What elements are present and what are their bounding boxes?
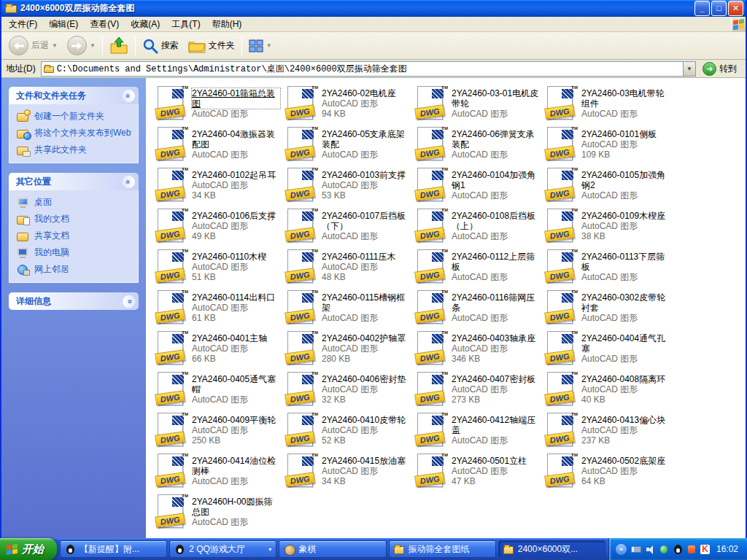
file-tile[interactable]: TMDWG2YA2460-0408隔离环AutoCAD 图形40 KB	[541, 369, 671, 410]
forward-dropdown-icon[interactable]: ▼	[90, 42, 96, 49]
file-tile[interactable]: TMDWG2YA2460-0401主轴AutoCAD 图形66 KB	[152, 328, 282, 369]
menu-item-1[interactable]: 编辑(E)	[43, 17, 84, 32]
chevron-up-icon[interactable]: «	[123, 90, 135, 102]
back-button[interactable]: 后退 ▼	[6, 34, 61, 57]
sidebar-item[interactable]: 将这个文件夹发布到Web	[17, 128, 135, 139]
input-method-icon[interactable]	[631, 545, 641, 554]
file-tile[interactable]: TMDWG2YA2460-0105加强角钢2AutoCAD 图形	[541, 165, 671, 206]
file-info: 2YA2460-0501立柱AutoCAD 图形47 KB	[452, 456, 540, 486]
file-tile[interactable]: TMDWG2YA2460-0112上层筛板AutoCAD 图形	[411, 246, 541, 287]
file-tile[interactable]: TMDWG2YA2460-0407密封板AutoCAD 图形273 KB	[411, 369, 541, 410]
file-tile[interactable]: TMDWG2YA2460-0114出料口AutoCAD 图形61 KB	[152, 287, 282, 328]
qq-icon[interactable]	[673, 545, 683, 554]
search-button[interactable]: 搜索	[139, 36, 182, 55]
sidebar-item[interactable]: 共享文档	[17, 230, 135, 241]
menu-item-2[interactable]: 查看(V)	[84, 17, 125, 32]
views-button[interactable]: ▼	[246, 38, 275, 54]
sidebar-item[interactable]: 我的电脑	[17, 247, 135, 258]
sidebar-item[interactable]: 桌面	[17, 197, 135, 208]
forward-button[interactable]: ▼	[64, 34, 98, 57]
taskbar-task[interactable]: 2 QQ游戏大厅▾	[169, 540, 276, 558]
file-type: AutoCAD 图形	[192, 109, 280, 119]
file-tile[interactable]: TMDWG2YA2460-0302皮带轮衬套AutoCAD 图形	[541, 287, 671, 328]
file-tile[interactable]: TMDWG2YA2460-03-01电机皮带轮AutoCAD 图形	[411, 83, 541, 124]
close-button[interactable]: ✕	[728, 1, 743, 16]
maximize-button[interactable]: □	[711, 1, 727, 16]
file-size: 34 KB	[322, 476, 410, 486]
dwg-file-icon: TMDWG	[283, 166, 318, 204]
sidebar-item[interactable]: 共享此文件夹	[17, 144, 135, 155]
chevron-up-icon[interactable]: «	[123, 176, 135, 188]
go-button[interactable]: ➜ 转到	[700, 62, 743, 76]
menu-item-3[interactable]: 收藏(A)	[125, 17, 166, 32]
taskbar-task[interactable]: 2400×6000双...	[498, 540, 605, 558]
file-tile[interactable]: TMDWG2YA2460-0412轴端压盖AutoCAD 图形	[411, 410, 541, 451]
file-tile[interactable]: TMDWG2YA2460-0108后挡板（上）AutoCAD 图形	[411, 206, 541, 246]
minimize-button[interactable]: _	[694, 1, 710, 16]
file-tile[interactable]: TMDWG2YA2460-0109木楔座AutoCAD 图形38 KB	[541, 206, 671, 246]
file-tile[interactable]: TMDWG2YA2460-0116筛网压条AutoCAD 图形	[411, 287, 541, 328]
security-icon[interactable]	[686, 545, 697, 554]
file-tile[interactable]: TMDWG2YA2460-0406密封垫AutoCAD 图形32 KB	[282, 369, 411, 410]
file-tile[interactable]: TMDWG2YA2460H-00圆振筛总图AutoCAD 图形	[152, 491, 282, 532]
up-button[interactable]	[107, 35, 131, 57]
address-dropdown-button[interactable]: ▼	[683, 62, 695, 76]
file-tile[interactable]: TMDWG2YA2460-0111压木AutoCAD 图形48 KB	[282, 246, 411, 287]
sidebar-item[interactable]: 网上邻居	[17, 264, 135, 275]
panel-header[interactable]: 详细信息«	[9, 292, 139, 310]
file-tile[interactable]: TMDWG2YA2460-0414油位检测棒AutoCAD 图形	[152, 451, 282, 491]
file-tile[interactable]: TMDWG2YA2460-0409平衡轮AutoCAD 图形250 KB	[152, 410, 282, 451]
file-tile[interactable]: TMDWG2YA2460-0106后支撑AutoCAD 图形49 KB	[152, 206, 282, 246]
menu-item-0[interactable]: 文件(F)	[3, 17, 43, 32]
back-dropdown-icon[interactable]: ▼	[52, 42, 58, 49]
chevron-down-icon[interactable]: «	[123, 295, 135, 308]
dwg-file-icon: TMDWG	[153, 493, 188, 531]
file-type: AutoCAD 图形	[581, 109, 670, 119]
sidebar-item[interactable]: 创建一个新文件夹	[17, 111, 135, 122]
sidebar-item[interactable]: 我的文档	[17, 214, 135, 225]
toolbar-separator	[241, 36, 242, 56]
start-button[interactable]: 开始	[0, 538, 57, 560]
file-tile[interactable]: TMDWG2YA2460-0413偏心块AutoCAD 图形237 KB	[541, 410, 671, 451]
taskbar-task[interactable]: 【新提醒】附...	[60, 540, 167, 558]
taskbar-task[interactable]: 振动筛全套图纸	[389, 540, 496, 558]
file-tile[interactable]: TMDWG2YA2460-0115槽钢框架AutoCAD 图形	[282, 287, 411, 328]
file-tile[interactable]: TMDWG2YA2460-0403轴承座AutoCAD 图形346 KB	[411, 328, 541, 369]
file-tile[interactable]: TMDWG2YA2460-04激振器装配图AutoCAD 图形	[152, 124, 282, 165]
file-tile[interactable]: TMDWG2YA2460-0101侧板AutoCAD 图形109 KB	[541, 124, 671, 165]
folders-button[interactable]: 文件夹	[185, 37, 238, 55]
file-info: 2YA2460-0113下层筛板AutoCAD 图形	[581, 252, 670, 282]
file-tile[interactable]: TMDWG2YA2460-01筛箱总装图AutoCAD 图形	[152, 83, 282, 124]
file-info: 2YA2460-0415放油塞AutoCAD 图形34 KB	[322, 456, 410, 486]
taskbar-task[interactable]: 象棋	[279, 540, 386, 558]
menu-item-4[interactable]: 工具(T)	[166, 17, 206, 32]
file-tile[interactable]: TMDWG2YA2460-03电机带轮组件AutoCAD 图形	[541, 83, 671, 124]
panel-header[interactable]: 文件和文件夹任务«	[9, 87, 139, 104]
file-tile[interactable]: TMDWG2YA2460-06弹簧支承装配AutoCAD 图形	[411, 124, 541, 165]
file-tile[interactable]: TMDWG2YA2460-0405通气塞帽AutoCAD 图形	[152, 369, 282, 410]
file-tile[interactable]: TMDWG2YA2460-0501立柱AutoCAD 图形47 KB	[411, 451, 541, 491]
kingsoft-icon[interactable]: K	[700, 545, 710, 554]
file-tile[interactable]: TMDWG2YA2460-0104加强角钢1AutoCAD 图形	[411, 165, 541, 206]
views-dropdown-icon[interactable]: ▼	[266, 42, 272, 49]
file-tile[interactable]: TMDWG2YA2460-0113下层筛板AutoCAD 图形	[541, 246, 671, 287]
file-size: 49 KB	[192, 231, 280, 241]
file-tile[interactable]: TMDWG2YA2460-0415放油塞AutoCAD 图形34 KB	[282, 451, 411, 491]
file-tile[interactable]: TMDWG2YA2460-0110木楔AutoCAD 图形51 KB	[152, 246, 282, 287]
hide-icons-chevron-icon[interactable]: «	[616, 544, 627, 555]
file-tile[interactable]: TMDWG2YA2460-0103前支撑AutoCAD 图形53 KB	[282, 165, 411, 206]
file-tile[interactable]: TMDWG2YA2460-0102起吊耳AutoCAD 图形34 KB	[152, 165, 282, 206]
file-tile[interactable]: TMDWG2YA2460-02电机座AutoCAD 图形94 KB	[282, 83, 411, 124]
dwg-file-icon: TMDWG	[283, 370, 318, 408]
file-tile[interactable]: TMDWG2YA2460-0107后挡板（下）AutoCAD 图形	[282, 206, 411, 246]
file-tile[interactable]: TMDWG2YA2460-05支承底架装配AutoCAD 图形	[282, 124, 411, 165]
address-input[interactable]: C:\Documents and Settings\Administrator\…	[41, 61, 696, 77]
panel-header[interactable]: 其它位置«	[9, 173, 139, 190]
menu-item-5[interactable]: 帮助(H)	[206, 17, 248, 32]
file-tile[interactable]: TMDWG2YA2460-0402护轴罩AutoCAD 图形280 KB	[282, 328, 411, 369]
file-tile[interactable]: TMDWG2YA2460-0502底架座AutoCAD 图形64 KB	[541, 451, 671, 491]
file-tile[interactable]: TMDWG2YA2460-0410皮带轮AutoCAD 图形52 KB	[282, 410, 411, 451]
volume-icon[interactable]	[645, 545, 655, 554]
file-tile[interactable]: TMDWG2YA2460-0404通气孔塞AutoCAD 图形	[541, 328, 671, 369]
messenger-icon[interactable]	[659, 545, 669, 554]
